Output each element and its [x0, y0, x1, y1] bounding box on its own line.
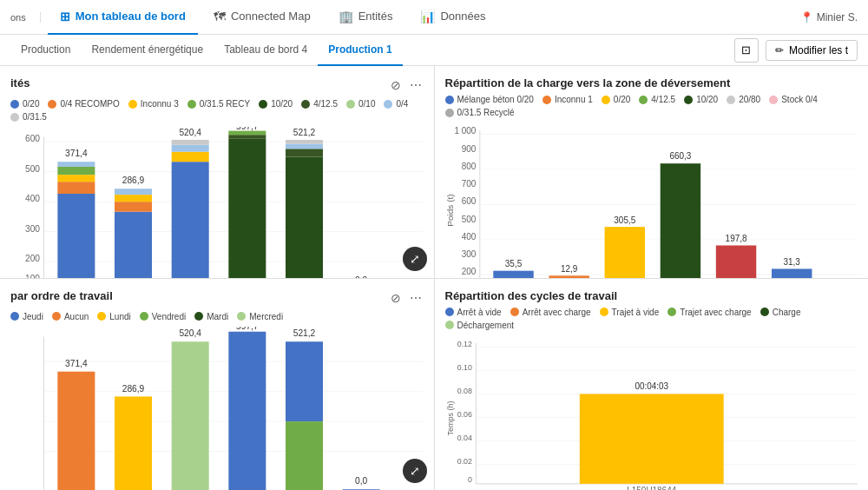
svg-text:0.04: 0.04	[457, 434, 471, 442]
svg-text:600: 600	[25, 134, 40, 143]
nav-tab-map-label: Connected Map	[231, 10, 311, 23]
sub-tab-energy-label: Rendement énergétique	[91, 43, 203, 56]
panel3-filter-button[interactable]: ⊘	[389, 289, 403, 307]
svg-rect-20	[115, 202, 152, 211]
legend4-arret-vide: Arrêt à vide	[445, 308, 502, 317]
legend3-vendredi: Vendredi	[140, 312, 186, 321]
pencil-icon: ✏	[775, 44, 784, 56]
svg-text:1 000: 1 000	[454, 126, 476, 136]
svg-rect-93	[172, 341, 209, 490]
svg-text:200: 200	[461, 267, 476, 276]
panel4-chart: 0.12 0.10 0.08 0.06 0.04 0.02 0 Temps (h…	[445, 335, 858, 491]
panel1-expand-button[interactable]: ⤢	[403, 247, 427, 271]
svg-rect-95	[228, 331, 266, 490]
svg-rect-33	[286, 156, 323, 277]
svg-text:12,9: 12,9	[560, 264, 577, 274]
modify-button[interactable]: ✏ Modifier les t	[766, 40, 858, 61]
legend2-inconnu1: Inconnu 1	[542, 95, 593, 104]
sub-nav-right: ⊡ ✏ Modifier les t	[734, 38, 858, 63]
panel3-title: par ordre de travail	[10, 289, 113, 302]
legend4-dechargement: Déchargement	[445, 321, 515, 330]
panel2-chart: 1 000 900 800 700 600 500 400 300 200 Po…	[445, 122, 858, 278]
svg-text:0.10: 0.10	[457, 363, 471, 372]
svg-text:0,0: 0,0	[355, 275, 367, 277]
legend4-charge: Charge	[760, 308, 801, 317]
sub-tab-energy[interactable]: Rendement énergétique	[81, 35, 214, 66]
sub-tab-board4[interactable]: Tableau de bord 4	[214, 35, 318, 66]
svg-text:0.12: 0.12	[457, 340, 471, 348]
nav-tab-dashboard-label: Mon tableau de bord	[76, 10, 186, 23]
legend4-trajet-charge: Trajet avec charge	[667, 308, 751, 317]
sub-tab-production[interactable]: Production	[10, 35, 81, 66]
legend2-0315rec: 0/31.5 Recyclé	[445, 108, 515, 117]
panel-cycles: Répartition des cycles de travail Arrêt …	[435, 279, 869, 491]
panel1-actions: ⊘ ⋯	[389, 76, 424, 94]
svg-text:660,3: 660,3	[669, 150, 691, 160]
svg-rect-21	[115, 195, 152, 202]
entities-icon: 🏢	[339, 10, 353, 23]
svg-text:521,2: 521,2	[293, 328, 316, 338]
svg-rect-98	[286, 421, 323, 490]
svg-rect-25	[172, 152, 209, 162]
panel-work-order: par ordre de travail ⊘ ⋯ Jeudi Aucun Lun…	[0, 279, 434, 491]
sub-tab-production1[interactable]: Production 1	[318, 35, 402, 66]
svg-text:286,9: 286,9	[122, 383, 145, 393]
nav-tab-map[interactable]: 🗺 Connected Map	[201, 0, 323, 35]
nav-tab-entities[interactable]: 🏢 Entités	[326, 0, 405, 35]
sub-nav-tabs: Production Rendement énergétique Tableau…	[10, 35, 734, 66]
legend-item-4125: 4/12.5	[301, 99, 338, 109]
legend2-stock04: Stock 0/4	[769, 95, 818, 104]
svg-rect-24	[172, 162, 209, 277]
legend4-trajet-vide: Trajet à vide	[600, 308, 660, 317]
nav-tab-data[interactable]: 📊 Données	[408, 0, 497, 35]
svg-rect-91	[115, 396, 152, 490]
svg-rect-19	[115, 212, 152, 278]
svg-text:31,3: 31,3	[783, 257, 800, 267]
panel1-more-button[interactable]: ⋯	[408, 76, 424, 94]
svg-rect-66	[549, 275, 589, 277]
svg-text:500: 500	[461, 214, 476, 223]
panel1-svg: 600 500 400 300 200 100 3	[10, 127, 424, 278]
legend-item-recompo: 0/4 RECOMPO	[48, 99, 119, 109]
legend3-mercredi: Mercredi	[237, 312, 283, 321]
legend-item-0315: 0/31.5	[10, 112, 47, 122]
panel3-more-button[interactable]: ⋯	[408, 289, 424, 307]
legend2-2080: 20/80	[727, 95, 760, 104]
panel3-header: par ordre de travail ⊘ ⋯	[10, 289, 424, 307]
svg-rect-35	[286, 144, 323, 149]
nav-tab-dashboard[interactable]: ⊞ Mon tableau de bord	[48, 0, 198, 35]
panel2-header: Répartition de la charge vers la zone de…	[445, 76, 858, 89]
svg-text:00:04:03: 00:04:03	[635, 381, 668, 390]
panel3-expand-button[interactable]: ⤢	[403, 459, 427, 483]
legend-item-04: 0/4	[384, 99, 408, 109]
panel4-svg: 0.12 0.10 0.08 0.06 0.04 0.02 0 Temps (h…	[445, 335, 858, 491]
svg-rect-125	[579, 394, 723, 483]
panel2-title: Répartition de la charge vers la zone de…	[445, 76, 731, 89]
legend3-aucun: Aucun	[52, 312, 89, 321]
nav-tabs: ⊞ Mon tableau de bord 🗺 Connected Map 🏢 …	[48, 0, 800, 35]
panel1-title: ités	[10, 76, 30, 89]
svg-text:300: 300	[461, 249, 476, 259]
panel3-chart: 371,4 286,9 520,4 597,7 521,2 0,0 23 sep…	[10, 327, 424, 491]
panel4-legend: Arrêt à vide Arrêt avec charge Trajet à …	[445, 308, 858, 330]
legend2-1020: 10/20	[684, 95, 718, 104]
panel2-svg: 1 000 900 800 700 600 500 400 300 200 Po…	[445, 122, 858, 278]
svg-text:520,4: 520,4	[179, 128, 201, 137]
legend3-lundi: Lundi	[97, 312, 130, 321]
panel1-header: ités ⊘ ⋯	[10, 76, 424, 94]
nav-user: 📍 Minier S.	[800, 11, 858, 23]
svg-rect-13	[57, 194, 95, 278]
svg-rect-97	[286, 341, 323, 421]
nav-right: 📍 Minier S.	[800, 11, 858, 23]
svg-text:400: 400	[461, 232, 476, 242]
panel1-filter-button[interactable]: ⊘	[389, 76, 403, 94]
svg-rect-34	[286, 149, 323, 156]
legend-item-010: 0/10	[346, 99, 375, 109]
svg-text:597,7: 597,7	[236, 127, 259, 131]
panel-charge: Répartition de la charge vers la zone de…	[435, 66, 869, 278]
layout-button[interactable]: ⊡	[734, 38, 759, 63]
nav-logo: ons	[10, 12, 41, 23]
svg-text:500: 500	[25, 164, 40, 174]
sub-nav: Production Rendement énergétique Tableau…	[0, 35, 868, 66]
svg-rect-64	[493, 271, 533, 278]
